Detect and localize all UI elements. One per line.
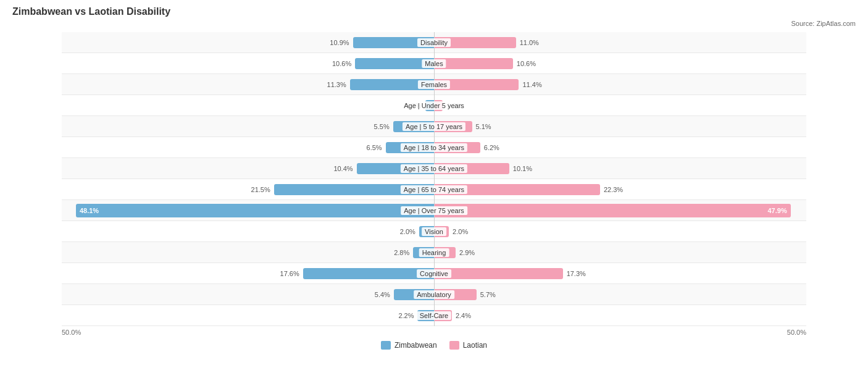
right-section: 10.6% (434, 53, 806, 74)
blue-bar (303, 268, 434, 279)
center-axis-line (434, 32, 435, 326)
right-section: 2.0% (434, 221, 806, 242)
left-section: 2.0% (62, 221, 434, 242)
left-value: 10.9% (330, 39, 349, 46)
right-value: 5.7% (480, 291, 496, 298)
right-value: 5.1% (476, 123, 491, 130)
left-value: 5.5% (374, 123, 390, 130)
right-value: 2.4% (456, 312, 471, 319)
left-value: 21.5% (251, 186, 270, 193)
left-value: 2.8% (394, 249, 409, 256)
left-section: 21.5% (62, 179, 434, 200)
left-section: 5.4% (62, 284, 434, 304)
center-label: Age | Over 75 years (401, 206, 467, 215)
center-label: Age | 5 to 17 years (403, 122, 465, 131)
right-section: 2.9% (434, 242, 806, 262)
legend-label-zimbabwean: Zimbabwean (394, 341, 437, 350)
chart-area: 10.9% Disability 11.0% 10.6% Males 10.6%… (12, 32, 856, 350)
right-value: 6.2% (484, 144, 499, 151)
axis-left: 50.0% (62, 329, 81, 336)
right-value: 11.4% (522, 81, 541, 88)
right-value: 22.3% (604, 186, 623, 193)
right-section: 22.3% (434, 179, 806, 200)
left-section: 5.5% (62, 116, 434, 136)
center-label: Females (418, 80, 450, 89)
right-section: 17.3% (434, 263, 806, 284)
source-label: Source: ZipAtlas.com (12, 20, 856, 27)
left-section: 10.6% (62, 53, 434, 74)
right-section: 1.2% (434, 95, 806, 116)
left-value: 10.6% (332, 60, 351, 67)
center-label: Vision (422, 227, 446, 236)
left-section: 11.3% (62, 74, 434, 94)
center-label: Ambulatory (414, 290, 454, 299)
right-value: 2.9% (459, 249, 475, 256)
blue-bar: 48.1% (76, 204, 434, 217)
left-value: 11.3% (327, 81, 346, 88)
left-section: 10.4% (62, 158, 434, 178)
chart-wrapper: 10.9% Disability 11.0% 10.6% Males 10.6%… (12, 32, 856, 326)
right-section: 10.1% (434, 158, 806, 178)
left-section: 17.6% (62, 263, 434, 284)
right-value: 2.0% (453, 228, 468, 235)
left-value: 2.2% (398, 312, 414, 319)
legend-item-laotian: Laotian (449, 341, 487, 350)
left-section: 1.2% (62, 95, 434, 116)
legend-label-laotian: Laotian (463, 341, 487, 350)
left-section: 48.1% (62, 200, 434, 220)
center-label: Cognitive (417, 269, 451, 278)
pink-bar: 47.9% (434, 204, 791, 217)
right-value: 10.1% (513, 165, 532, 172)
center-label: Males (422, 59, 446, 68)
left-section: 2.8% (62, 242, 434, 262)
left-section: 2.2% (62, 305, 434, 326)
center-label: Age | 65 to 74 years (401, 185, 467, 194)
pink-bar (434, 268, 563, 279)
legend-item-zimbabwean: Zimbabwean (381, 341, 437, 350)
legend-color-laotian (449, 341, 459, 350)
right-section: 47.9% (434, 200, 806, 220)
right-section: 2.4% (434, 305, 806, 326)
chart-title: Zimbabwean vs Laotian Disability (12, 6, 856, 17)
center-label: Disability (417, 38, 451, 47)
right-section: 6.2% (434, 137, 806, 158)
right-section: 5.7% (434, 284, 806, 304)
axis-labels: 50.0% 50.0% (12, 329, 856, 336)
legend-color-zimbabwean (381, 341, 391, 350)
left-section: 6.5% (62, 137, 434, 158)
right-value: 17.3% (567, 270, 586, 277)
right-value: 11.0% (520, 39, 539, 46)
left-value: 6.5% (367, 144, 382, 151)
right-section: 11.4% (434, 74, 806, 94)
left-value: 10.4% (333, 165, 353, 172)
left-value: 17.6% (280, 270, 299, 277)
center-label: Age | Under 5 years (401, 101, 467, 110)
right-section: 11.0% (434, 32, 806, 52)
right-value: 10.6% (517, 60, 536, 67)
center-label: Age | 18 to 34 years (401, 143, 467, 152)
center-label: Age | 35 to 64 years (401, 164, 467, 173)
left-section: 10.9% (62, 32, 434, 52)
right-value: 47.9% (767, 207, 787, 214)
right-section: 5.1% (434, 116, 806, 136)
left-value: 48.1% (80, 207, 99, 214)
legend: Zimbabwean Laotian (12, 341, 856, 350)
center-label: Hearing (419, 248, 449, 257)
axis-right: 50.0% (787, 329, 806, 336)
left-value: 5.4% (375, 291, 390, 298)
center-label: Self-Care (417, 311, 451, 320)
left-value: 2.0% (400, 228, 415, 235)
